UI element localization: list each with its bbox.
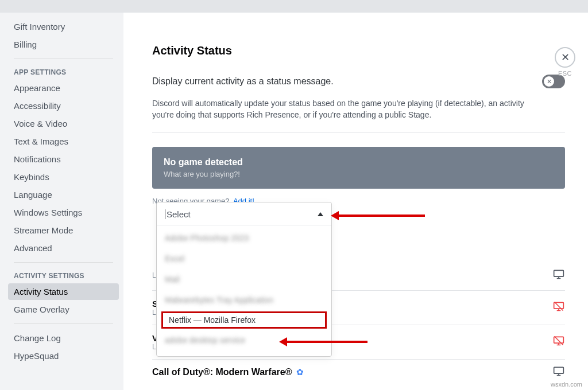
settings-sidebar: Gift Inventory Billing APP SETTINGS Appe…: [0, 13, 123, 390]
sidebar-item-change-log[interactable]: Change Log: [8, 330, 119, 346]
watermark: wsxdn.com: [551, 381, 582, 388]
dropdown-option-highlighted[interactable]: Netflix — Mozilla Firefox: [161, 311, 327, 329]
sidebar-item-hypesquad[interactable]: HypeSquad: [8, 348, 119, 364]
display-activity-label: Display current activity as a status mes…: [152, 76, 334, 87]
setting-note: Discord will automatically update your s…: [152, 98, 531, 121]
divider: [152, 132, 565, 133]
dropdown-input[interactable]: Select: [157, 202, 331, 225]
no-game-banner: No game detected What are you playing?!: [152, 147, 565, 189]
window-title-bar: [0, 0, 588, 13]
sidebar-item-billing[interactable]: Billing: [8, 36, 119, 53]
sidebar-item-accessibility[interactable]: Accessibility: [8, 98, 119, 114]
banner-title: No game detected: [164, 157, 554, 167]
divider: [152, 359, 565, 360]
sidebar-item-streamer-mode[interactable]: Streamer Mode: [8, 222, 119, 239]
dropdown-option[interactable]: Malwarebytes Tray Application: [157, 290, 331, 310]
sidebar-item-keybinds[interactable]: Keybinds: [8, 169, 119, 185]
monitor-icon[interactable]: [552, 365, 565, 379]
sidebar-item-gift-inventory[interactable]: Gift Inventory: [8, 18, 119, 35]
svg-rect-3: [554, 367, 564, 373]
monitor-off-icon[interactable]: [552, 301, 565, 314]
sidebar-header-app-settings: APP SETTINGS: [8, 65, 119, 80]
divider: [14, 262, 113, 263]
sidebar-item-voice-video[interactable]: Voice & Video: [8, 115, 119, 132]
dropdown-placeholder: Select: [165, 209, 191, 219]
close-icon: ✕: [555, 47, 575, 68]
dropdown-option[interactable]: Mail: [157, 269, 331, 290]
esc-label: ESC: [555, 70, 575, 77]
sidebar-item-appearance[interactable]: Appearance: [8, 80, 119, 96]
sidebar-item-game-overlay[interactable]: Game Overlay: [8, 301, 119, 318]
sidebar-item-windows-settings[interactable]: Windows Settings: [8, 204, 119, 221]
sidebar-item-text-images[interactable]: Text & Images: [8, 133, 119, 150]
chevron-up-icon[interactable]: [318, 212, 323, 216]
sidebar-item-language[interactable]: Language: [8, 186, 119, 203]
annotation-arrow: [339, 214, 425, 217]
monitor-icon[interactable]: [552, 268, 565, 282]
monitor-off-icon[interactable]: [552, 335, 565, 349]
dropdown-option[interactable]: adobe desktop service: [157, 330, 331, 350]
sidebar-header-activity-settings: ACTIVITY SETTINGS: [8, 268, 119, 283]
divider: [14, 58, 113, 59]
dropdown-options: Adobe Photoshop 2023 Excel Mail Malwareb…: [157, 225, 331, 356]
divider: [14, 323, 113, 324]
verified-icon: ✿: [296, 367, 304, 377]
svg-rect-0: [554, 270, 564, 276]
annotation-arrow: [287, 341, 368, 343]
close-button[interactable]: ✕ ESC: [555, 47, 575, 77]
dropdown-option[interactable]: Adobe Photoshop 2023: [157, 228, 331, 248]
game-select-dropdown[interactable]: Select Adobe Photoshop 2023 Excel Mail M…: [156, 202, 332, 357]
toggle-knob-off-icon: ✕: [544, 76, 554, 87]
page-title: Activity Status: [152, 44, 565, 57]
game-entry-name: Call of Duty®: Modern Warfare®: [152, 367, 292, 377]
dropdown-option[interactable]: Excel: [157, 248, 331, 269]
banner-subtitle: What are you playing?!: [164, 170, 554, 178]
sidebar-item-activity-status[interactable]: Activity Status: [8, 283, 119, 300]
sidebar-item-notifications[interactable]: Notifications: [8, 151, 119, 167]
sidebar-item-advanced[interactable]: Advanced: [8, 240, 119, 256]
